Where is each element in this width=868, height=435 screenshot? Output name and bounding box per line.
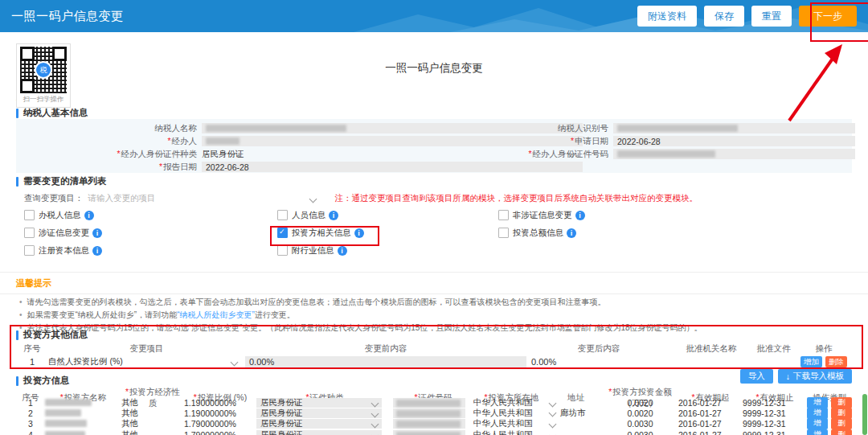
download-template-button[interactable]: ↓下载导入模板 bbox=[778, 369, 852, 384]
address-cell[interactable]: 廊坊市 bbox=[550, 408, 602, 419]
save-button[interactable]: 保存 bbox=[704, 6, 744, 27]
checkbox-item-cert-change[interactable]: 涉证信息变更i bbox=[24, 228, 277, 238]
info-icon[interactable]: i bbox=[575, 211, 585, 220]
qr-eye-icon bbox=[20, 47, 35, 61]
chevron-down-icon bbox=[549, 400, 557, 408]
section-title: 需要变更的清单列表 bbox=[23, 175, 107, 187]
redacted-value bbox=[396, 432, 461, 435]
chevron-down-icon bbox=[371, 399, 379, 407]
street-change-link[interactable]: “纳税人所处街乡变更” bbox=[177, 310, 255, 319]
info-icon[interactable]: i bbox=[338, 246, 347, 256]
investor-row: 3 其他 1.79000000% 居民身份证 中华人民共和国 0.0030 20… bbox=[16, 418, 852, 429]
cert-type-select[interactable]: 居民身份证 bbox=[256, 408, 382, 418]
change-checkbox-grid: 办税人信息i 人员信息i 非涉证信息变更i 涉证信息变更i 投资方相关信息i 投… bbox=[24, 210, 852, 256]
taxpayer-id-label: 纳税人识别号 bbox=[418, 123, 608, 133]
checkbox-item-investor-related[interactable]: 投资方相关信息i bbox=[277, 228, 498, 238]
add-row-button[interactable]: 增加 bbox=[807, 418, 828, 429]
chevron-down-icon[interactable] bbox=[309, 195, 317, 203]
checkbox-item-industry[interactable]: 附行业信息i bbox=[277, 245, 498, 256]
page-header: 一照一码户信息变更 附送资料 保存 重置 下一步 bbox=[0, 0, 868, 32]
add-row-button[interactable]: 增加 bbox=[800, 356, 822, 367]
qr-eye-icon bbox=[52, 47, 67, 61]
cert-type-select[interactable]: 居民身份证 bbox=[256, 430, 382, 435]
page-title: 一照一码户信息变更 bbox=[11, 9, 124, 24]
delete-row-button[interactable]: 删除 bbox=[831, 408, 852, 419]
download-icon: ↓ bbox=[786, 371, 790, 381]
section-title: 投资方其他信息 bbox=[23, 329, 88, 341]
info-icon[interactable]: i bbox=[84, 211, 94, 220]
form-title: 一照一码户信息变更 bbox=[0, 61, 868, 76]
query-note: 注：通过变更项目查询到该项目所属的模块，选择变更项目后系统自动关联带出对应的变更… bbox=[335, 193, 698, 204]
info-icon[interactable]: i bbox=[567, 228, 576, 238]
apply-date-field: 2022-06-28 bbox=[613, 136, 855, 146]
redacted-value bbox=[45, 409, 81, 417]
redacted-value bbox=[45, 431, 85, 435]
checkbox[interactable] bbox=[24, 228, 35, 238]
address-cell[interactable] bbox=[550, 419, 602, 429]
checkbox-item-tax-handler[interactable]: 办税人信息i bbox=[24, 210, 277, 220]
info-icon[interactable]: i bbox=[92, 246, 102, 256]
address-cell[interactable] bbox=[550, 430, 602, 435]
qr-eye-icon bbox=[20, 79, 35, 93]
section-basic-info: 纳税人基本信息 bbox=[16, 107, 88, 119]
cert-no-field bbox=[393, 398, 465, 408]
attach-materials-button[interactable]: 附送资料 bbox=[637, 6, 697, 27]
taxpayer-id-field bbox=[613, 123, 855, 133]
query-label: 查询变更项目： bbox=[24, 193, 84, 204]
redacted-value bbox=[45, 399, 92, 406]
tip-item: •若法定代表人身份证号码为15位的，请您勾选“涉证信息变更”变更。（此种情况是指… bbox=[0, 320, 868, 333]
add-row-button[interactable]: 增加 bbox=[807, 397, 828, 408]
section-investor-other: 投资方其他信息 bbox=[16, 329, 88, 341]
delete-row-button[interactable]: 删除 bbox=[825, 356, 847, 367]
info-icon[interactable]: i bbox=[329, 211, 338, 220]
next-step-button[interactable]: 下一步 bbox=[799, 6, 857, 27]
cert-type-select[interactable]: 居民身份证 bbox=[256, 419, 382, 429]
info-icon[interactable]: i bbox=[92, 228, 102, 238]
delete-row-button[interactable]: 删除 bbox=[831, 418, 852, 429]
agent-cert-no-field bbox=[613, 149, 855, 159]
delete-row-button[interactable]: 删除 bbox=[831, 429, 852, 435]
query-input[interactable]: 请输入变更的项目 bbox=[88, 193, 305, 204]
agent-cert-no-label: 经办人身份证件号码 bbox=[418, 149, 608, 159]
checkbox[interactable] bbox=[277, 228, 288, 238]
checkbox-item-noncert-change[interactable]: 非涉证信息变更i bbox=[498, 210, 852, 220]
section-marker bbox=[16, 376, 18, 386]
import-button[interactable]: 导入 bbox=[740, 369, 773, 384]
section-investor-info: 投资方信息 bbox=[16, 375, 70, 387]
checkbox[interactable] bbox=[277, 210, 288, 220]
change-item-select[interactable]: 自然人投资比例 (%) bbox=[48, 356, 245, 367]
section-title: 投资方信息 bbox=[23, 375, 70, 387]
chevron-down-icon bbox=[549, 421, 557, 429]
redacted-value bbox=[396, 421, 461, 428]
investor-other-table-header: 序号 变更项目 变更前内容 变更后内容 批准机关名称 批准文件 操作 bbox=[16, 343, 852, 355]
section-marker bbox=[16, 330, 18, 340]
checkbox[interactable] bbox=[277, 245, 288, 256]
address-cell[interactable] bbox=[550, 398, 602, 408]
cert-type-select[interactable]: 居民身份证 bbox=[256, 398, 382, 408]
info-icon[interactable]: i bbox=[354, 228, 364, 238]
qr-caption: 扫一扫学操作 bbox=[17, 93, 70, 107]
checkbox[interactable] bbox=[24, 210, 35, 220]
checkbox-item-total-investment[interactable]: 投资总额信息i bbox=[498, 228, 852, 238]
add-row-button[interactable]: 增加 bbox=[807, 429, 828, 435]
qr-code-panel[interactable]: 税 扫一扫学操作 bbox=[16, 43, 71, 108]
after-content-field[interactable]: 0.00% bbox=[526, 357, 671, 367]
reset-button[interactable]: 重置 bbox=[751, 6, 792, 27]
cert-no-field bbox=[393, 419, 465, 429]
scrollbar-thumb[interactable] bbox=[862, 394, 867, 435]
checkbox-item-personnel[interactable]: 人员信息i bbox=[277, 210, 498, 220]
before-content-field: 0.00% bbox=[245, 356, 526, 368]
report-date-field: 2022-06-28 bbox=[202, 162, 583, 172]
checkbox[interactable] bbox=[498, 228, 509, 238]
chevron-down-icon bbox=[231, 358, 239, 366]
taxpayer-name-label: 纳税人名称 bbox=[16, 123, 197, 133]
delete-row-button[interactable]: 删除 bbox=[831, 397, 852, 408]
checkbox[interactable] bbox=[498, 210, 509, 220]
checkbox-item-registered-capital[interactable]: 注册资本信息i bbox=[24, 245, 277, 256]
investor-row: 2 其他 1.19000000% 居民身份证 中华人民共和国 廊坊市 0.002… bbox=[16, 408, 852, 418]
redacted-value bbox=[206, 137, 240, 145]
add-row-button[interactable]: 增加 bbox=[807, 408, 828, 419]
checkbox[interactable] bbox=[24, 245, 35, 256]
agent-label: 经办人 bbox=[16, 136, 197, 146]
chevron-down-icon bbox=[549, 432, 557, 435]
